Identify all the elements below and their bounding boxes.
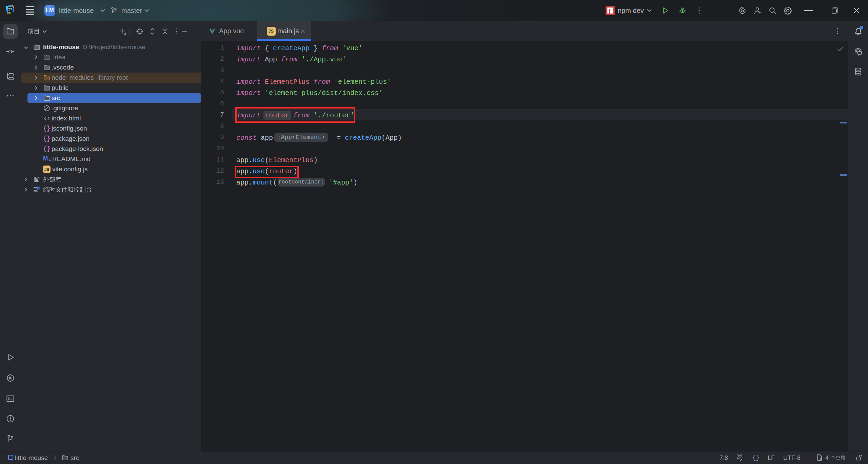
- svg-text:WS: WS: [8, 7, 12, 10]
